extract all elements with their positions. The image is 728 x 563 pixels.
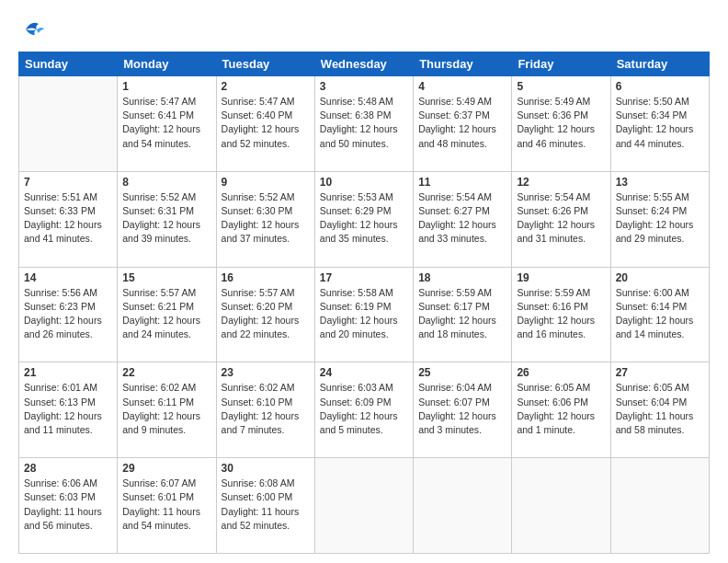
cell-content: Sunrise: 6:08 AMSunset: 6:00 PMDaylight:… xyxy=(222,477,310,533)
day-number: 26 xyxy=(517,366,605,379)
day-number: 6 xyxy=(616,80,704,93)
day-number: 12 xyxy=(517,176,605,189)
day-number: 2 xyxy=(222,80,310,93)
cell-content: Sunrise: 5:57 AMSunset: 6:21 PMDaylight:… xyxy=(122,286,210,342)
cell-content: Sunrise: 5:50 AMSunset: 6:34 PMDaylight:… xyxy=(616,95,704,151)
header xyxy=(18,17,710,42)
cell-content: Sunrise: 5:54 AMSunset: 6:27 PMDaylight:… xyxy=(418,190,506,247)
day-number: 11 xyxy=(418,176,506,189)
calendar-cell: 9Sunrise: 5:52 AMSunset: 6:30 PMDaylight… xyxy=(216,171,314,267)
cell-content: Sunrise: 5:59 AMSunset: 6:16 PMDaylight:… xyxy=(517,286,605,342)
day-number: 13 xyxy=(616,176,704,189)
calendar-cell: 29Sunrise: 6:07 AMSunset: 6:01 PMDayligh… xyxy=(118,458,216,554)
cell-content: Sunrise: 5:55 AMSunset: 6:24 PMDaylight:… xyxy=(616,190,704,247)
calendar-cell: 14Sunrise: 5:56 AMSunset: 6:23 PMDayligh… xyxy=(19,267,118,362)
page: SundayMondayTuesdayWednesdayThursdayFrid… xyxy=(0,0,728,563)
cell-content: Sunrise: 5:47 AMSunset: 6:41 PMDaylight:… xyxy=(122,95,210,151)
calendar-cell: 8Sunrise: 5:52 AMSunset: 6:31 PMDaylight… xyxy=(118,171,216,267)
calendar-cell xyxy=(512,458,610,554)
day-number: 24 xyxy=(320,366,408,379)
calendar-cell: 19Sunrise: 5:59 AMSunset: 6:16 PMDayligh… xyxy=(512,267,610,362)
calendar-cell: 16Sunrise: 5:57 AMSunset: 6:20 PMDayligh… xyxy=(216,267,314,362)
cell-content: Sunrise: 5:49 AMSunset: 6:37 PMDaylight:… xyxy=(418,95,506,151)
cell-content: Sunrise: 5:52 AMSunset: 6:30 PMDaylight:… xyxy=(222,190,310,247)
week-row-1: 1Sunrise: 5:47 AMSunset: 6:41 PMDaylight… xyxy=(19,76,710,172)
calendar-cell: 27Sunrise: 6:05 AMSunset: 6:04 PMDayligh… xyxy=(610,362,709,458)
day-number: 7 xyxy=(24,176,112,189)
calendar-cell: 23Sunrise: 6:02 AMSunset: 6:10 PMDayligh… xyxy=(216,362,314,458)
calendar-cell: 28Sunrise: 6:06 AMSunset: 6:03 PMDayligh… xyxy=(19,458,118,554)
day-number: 17 xyxy=(320,271,408,284)
cell-content: Sunrise: 5:57 AMSunset: 6:20 PMDaylight:… xyxy=(222,286,310,342)
weekday-header-saturday: Saturday xyxy=(610,52,709,76)
calendar-cell: 30Sunrise: 6:08 AMSunset: 6:00 PMDayligh… xyxy=(216,458,314,554)
day-number: 28 xyxy=(24,462,112,475)
calendar-cell: 24Sunrise: 6:03 AMSunset: 6:09 PMDayligh… xyxy=(314,362,413,458)
cell-content: Sunrise: 5:54 AMSunset: 6:26 PMDaylight:… xyxy=(517,190,605,247)
weekday-header-friday: Friday xyxy=(512,52,610,76)
calendar-cell: 21Sunrise: 6:01 AMSunset: 6:13 PMDayligh… xyxy=(19,362,118,458)
day-number: 3 xyxy=(320,80,408,93)
day-number: 22 xyxy=(122,366,210,379)
logo-bird-icon xyxy=(18,17,46,42)
calendar-cell: 18Sunrise: 5:59 AMSunset: 6:17 PMDayligh… xyxy=(414,267,512,362)
week-row-4: 21Sunrise: 6:01 AMSunset: 6:13 PMDayligh… xyxy=(19,362,710,458)
day-number: 29 xyxy=(122,462,210,475)
day-number: 20 xyxy=(616,271,704,284)
calendar-cell: 17Sunrise: 5:58 AMSunset: 6:19 PMDayligh… xyxy=(314,267,413,362)
weekday-header-monday: Monday xyxy=(118,52,216,76)
day-number: 27 xyxy=(616,366,704,379)
weekday-header-thursday: Thursday xyxy=(414,52,512,76)
calendar-cell: 4Sunrise: 5:49 AMSunset: 6:37 PMDaylight… xyxy=(414,76,512,172)
week-row-3: 14Sunrise: 5:56 AMSunset: 6:23 PMDayligh… xyxy=(19,267,710,362)
calendar-cell: 20Sunrise: 6:00 AMSunset: 6:14 PMDayligh… xyxy=(610,267,709,362)
calendar-cell: 1Sunrise: 5:47 AMSunset: 6:41 PMDaylight… xyxy=(118,76,216,172)
calendar-cell: 7Sunrise: 5:51 AMSunset: 6:33 PMDaylight… xyxy=(19,171,118,267)
calendar-cell: 13Sunrise: 5:55 AMSunset: 6:24 PMDayligh… xyxy=(610,171,709,267)
calendar-cell: 15Sunrise: 5:57 AMSunset: 6:21 PMDayligh… xyxy=(118,267,216,362)
day-number: 15 xyxy=(122,271,210,284)
weekday-header-tuesday: Tuesday xyxy=(216,52,314,76)
calendar-cell xyxy=(414,458,512,554)
week-row-5: 28Sunrise: 6:06 AMSunset: 6:03 PMDayligh… xyxy=(19,458,710,554)
cell-content: Sunrise: 5:56 AMSunset: 6:23 PMDaylight:… xyxy=(24,286,112,342)
day-number: 23 xyxy=(222,366,310,379)
day-number: 4 xyxy=(418,80,506,93)
day-number: 18 xyxy=(418,271,506,284)
calendar-table: SundayMondayTuesdayWednesdayThursdayFrid… xyxy=(18,52,710,554)
day-number: 25 xyxy=(418,366,506,379)
cell-content: Sunrise: 5:58 AMSunset: 6:19 PMDaylight:… xyxy=(320,286,408,342)
day-number: 16 xyxy=(222,271,310,284)
cell-content: Sunrise: 6:01 AMSunset: 6:13 PMDaylight:… xyxy=(24,381,112,437)
day-number: 9 xyxy=(222,176,310,189)
calendar-cell: 26Sunrise: 6:05 AMSunset: 6:06 PMDayligh… xyxy=(512,362,610,458)
cell-content: Sunrise: 5:49 AMSunset: 6:36 PMDaylight:… xyxy=(517,95,605,151)
logo xyxy=(18,17,50,42)
cell-content: Sunrise: 6:05 AMSunset: 6:06 PMDaylight:… xyxy=(517,381,605,437)
cell-content: Sunrise: 6:03 AMSunset: 6:09 PMDaylight:… xyxy=(320,381,408,437)
cell-content: Sunrise: 6:04 AMSunset: 6:07 PMDaylight:… xyxy=(418,381,506,437)
calendar-cell: 11Sunrise: 5:54 AMSunset: 6:27 PMDayligh… xyxy=(414,171,512,267)
day-number: 21 xyxy=(24,366,112,379)
day-number: 1 xyxy=(122,80,210,93)
calendar-cell: 10Sunrise: 5:53 AMSunset: 6:29 PMDayligh… xyxy=(314,171,413,267)
calendar-cell: 3Sunrise: 5:48 AMSunset: 6:38 PMDaylight… xyxy=(314,76,413,172)
day-number: 5 xyxy=(517,80,605,93)
cell-content: Sunrise: 5:51 AMSunset: 6:33 PMDaylight:… xyxy=(24,190,112,247)
calendar-cell: 6Sunrise: 5:50 AMSunset: 6:34 PMDaylight… xyxy=(610,76,709,172)
cell-content: Sunrise: 5:48 AMSunset: 6:38 PMDaylight:… xyxy=(320,95,408,151)
day-number: 19 xyxy=(517,271,605,284)
weekday-header-wednesday: Wednesday xyxy=(314,52,413,76)
cell-content: Sunrise: 6:02 AMSunset: 6:10 PMDaylight:… xyxy=(222,381,310,437)
calendar-cell xyxy=(19,76,118,172)
week-row-2: 7Sunrise: 5:51 AMSunset: 6:33 PMDaylight… xyxy=(19,171,710,267)
cell-content: Sunrise: 6:05 AMSunset: 6:04 PMDaylight:… xyxy=(616,381,704,437)
calendar-cell: 25Sunrise: 6:04 AMSunset: 6:07 PMDayligh… xyxy=(414,362,512,458)
day-number: 30 xyxy=(222,462,310,475)
cell-content: Sunrise: 5:59 AMSunset: 6:17 PMDaylight:… xyxy=(418,286,506,342)
calendar-cell xyxy=(610,458,709,554)
calendar-cell: 5Sunrise: 5:49 AMSunset: 6:36 PMDaylight… xyxy=(512,76,610,172)
weekday-header-row: SundayMondayTuesdayWednesdayThursdayFrid… xyxy=(19,52,710,76)
cell-content: Sunrise: 6:02 AMSunset: 6:11 PMDaylight:… xyxy=(122,381,210,437)
cell-content: Sunrise: 6:07 AMSunset: 6:01 PMDaylight:… xyxy=(122,477,210,533)
